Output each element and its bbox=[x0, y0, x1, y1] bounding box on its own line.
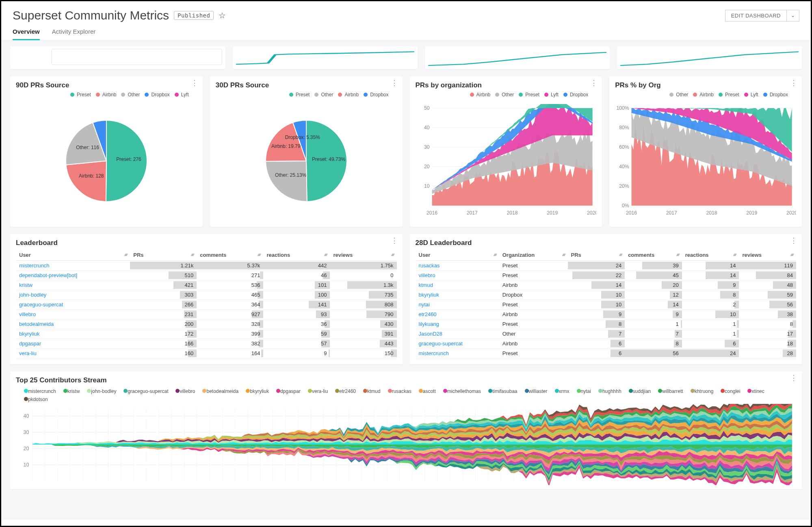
legend-item[interactable]: Preset bbox=[719, 92, 739, 98]
user-link[interactable]: JasonD28 bbox=[419, 331, 443, 337]
legend-item[interactable]: kristw bbox=[63, 388, 80, 394]
kebab-icon[interactable]: ⋮ bbox=[391, 238, 398, 243]
kebab-icon[interactable]: ⋮ bbox=[191, 80, 198, 85]
kebab-icon[interactable]: ⋮ bbox=[790, 375, 797, 380]
column-header[interactable]: User▴▾ bbox=[16, 249, 130, 261]
legend-item[interactable]: bkyryliuk bbox=[246, 388, 269, 394]
legend-item[interactable]: nytai bbox=[577, 388, 591, 394]
legend-item[interactable]: Dropbox bbox=[145, 92, 169, 98]
legend-item[interactable]: michellethomas bbox=[443, 388, 481, 394]
legend-item[interactable]: khtruong bbox=[691, 388, 714, 394]
column-header[interactable]: Organization▴▾ bbox=[499, 249, 568, 261]
user-link[interactable]: etr2460 bbox=[419, 311, 437, 317]
filter-box[interactable] bbox=[52, 49, 222, 65]
tab-activity-explorer[interactable]: Activity Explorer bbox=[52, 28, 96, 40]
user-link[interactable]: dpgaspar bbox=[19, 340, 41, 347]
column-header[interactable]: reviews▴▾ bbox=[739, 249, 796, 261]
legend-item[interactable]: Other bbox=[314, 92, 333, 98]
edit-dashboard-button[interactable]: EDIT DASHBOARD bbox=[725, 10, 787, 22]
column-header[interactable]: reactions▴▾ bbox=[682, 249, 739, 261]
kebab-icon[interactable]: ⋮ bbox=[790, 238, 797, 243]
legend-item[interactable]: Preset bbox=[519, 92, 539, 98]
legend-item[interactable]: Other bbox=[495, 92, 514, 98]
legend-item[interactable]: Other bbox=[669, 92, 688, 98]
legend-item[interactable]: pkdotson bbox=[24, 397, 48, 402]
legend-item[interactable]: mistercrunch bbox=[24, 388, 56, 394]
legend-item[interactable]: Lyft bbox=[544, 92, 559, 98]
user-link[interactable]: villebro bbox=[419, 272, 435, 278]
legend-item[interactable]: xrmx bbox=[555, 388, 569, 394]
legend-item[interactable]: Preset bbox=[289, 92, 310, 98]
legend-item[interactable]: Dropbox bbox=[763, 92, 788, 98]
kebab-icon[interactable]: ⋮ bbox=[790, 80, 797, 85]
column-header[interactable]: reviews▴▾ bbox=[330, 249, 396, 261]
user-link[interactable]: dependabot-preview[bot] bbox=[19, 272, 77, 278]
column-header[interactable]: PRs▴▾ bbox=[568, 249, 625, 261]
legend-item[interactable]: rusackas bbox=[388, 388, 411, 394]
column-header[interactable]: PRs▴▾ bbox=[130, 249, 197, 261]
legend-item[interactable]: betodealmeida bbox=[202, 388, 238, 394]
legend-item[interactable]: Dropbox bbox=[563, 92, 588, 98]
legend-item[interactable]: Other bbox=[121, 92, 140, 98]
user-link[interactable]: mistercrunch bbox=[19, 262, 49, 269]
table-row: dpgaspar16638257443 bbox=[16, 339, 397, 349]
user-link[interactable]: lilykuang bbox=[419, 321, 440, 327]
user-link[interactable]: betodealmeida bbox=[19, 321, 54, 327]
page-title: Superset Community Metrics bbox=[13, 9, 169, 22]
user-link[interactable]: kristw bbox=[19, 282, 32, 288]
card-leaderboard: Leaderboard ⋮ User▴▾PRs▴▾comments▴▾react… bbox=[10, 234, 403, 364]
user-link[interactable]: mistercrunch bbox=[419, 350, 449, 356]
user-link[interactable]: graceguo-supercat bbox=[419, 340, 463, 347]
legend-item[interactable]: Airbnb bbox=[693, 92, 714, 98]
legend-item[interactable]: Preset bbox=[70, 92, 91, 98]
leaderboard-28d-table: User▴▾Organization▴▾PRs▴▾comments▴▾react… bbox=[416, 249, 797, 358]
dashboard-more-caret[interactable]: ⌄ bbox=[787, 10, 799, 22]
user-link[interactable]: vera-liu bbox=[19, 350, 37, 356]
legend-item[interactable]: xtinec bbox=[747, 388, 764, 394]
user-link[interactable]: villebro bbox=[19, 311, 36, 317]
legend-item[interactable]: timifasubaa bbox=[488, 388, 517, 394]
legend-item[interactable]: etr2460 bbox=[335, 388, 356, 394]
legend-item[interactable]: williaster bbox=[525, 388, 548, 394]
legend-item[interactable]: Airbnb bbox=[470, 92, 491, 98]
legend-item[interactable]: vera-liu bbox=[308, 388, 328, 394]
legend-item[interactable]: Dropbox bbox=[364, 92, 388, 98]
column-header[interactable]: comments▴▾ bbox=[197, 249, 263, 261]
legend-item[interactable]: Lyft bbox=[744, 92, 758, 98]
svg-text:0%: 0% bbox=[622, 203, 629, 208]
legend-item[interactable]: Airbnb bbox=[338, 92, 359, 98]
legend-item[interactable]: ktmud bbox=[363, 388, 381, 394]
user-link[interactable]: bkyryliuk bbox=[19, 331, 40, 337]
legend-item[interactable]: conglei bbox=[721, 388, 740, 394]
user-link[interactable]: nytai bbox=[419, 301, 430, 308]
legend-item[interactable]: ascott bbox=[419, 388, 436, 394]
tab-overview[interactable]: Overview bbox=[13, 28, 40, 40]
favorite-star-icon[interactable]: ☆ bbox=[219, 11, 226, 20]
legend-item[interactable]: Lyft bbox=[175, 92, 189, 98]
legend-item[interactable]: graceguo-supercat bbox=[123, 388, 168, 394]
svg-text:2018: 2018 bbox=[507, 210, 518, 216]
kebab-icon[interactable]: ⋮ bbox=[590, 80, 597, 85]
svg-text:2019: 2019 bbox=[547, 210, 558, 216]
column-header[interactable]: User▴▾ bbox=[416, 249, 499, 261]
table-row: betodealmeida20032836430 bbox=[16, 319, 397, 329]
user-link[interactable]: graceguo-supercat bbox=[19, 301, 63, 308]
table-row: rusackasPreset243914119 bbox=[416, 261, 797, 271]
column-header[interactable]: comments▴▾ bbox=[625, 249, 682, 261]
user-link[interactable]: ktmud bbox=[419, 282, 433, 288]
user-link[interactable]: john-bodley bbox=[19, 292, 46, 298]
legend-item[interactable]: john-bodley bbox=[87, 388, 116, 394]
column-header[interactable]: reactions▴▾ bbox=[263, 249, 330, 261]
table-row: kristw4215361011.3k bbox=[16, 280, 397, 290]
legend-item[interactable]: hughhhh bbox=[598, 388, 621, 394]
user-link[interactable]: bkyryliuk bbox=[419, 292, 440, 298]
kebab-icon[interactable]: ⋮ bbox=[391, 80, 398, 85]
legend-item[interactable]: villebro bbox=[175, 388, 195, 394]
legend-item[interactable]: Airbnb bbox=[96, 92, 117, 98]
legend-item[interactable]: willbarrett bbox=[658, 388, 683, 394]
legend-item[interactable]: suddjian bbox=[629, 388, 651, 394]
table-row: JasonD28Other77117 bbox=[416, 329, 797, 339]
user-link[interactable]: rusackas bbox=[419, 262, 440, 269]
legend-item[interactable]: dpgaspar bbox=[276, 388, 301, 394]
table-row: villebro23192793790 bbox=[16, 310, 397, 319]
